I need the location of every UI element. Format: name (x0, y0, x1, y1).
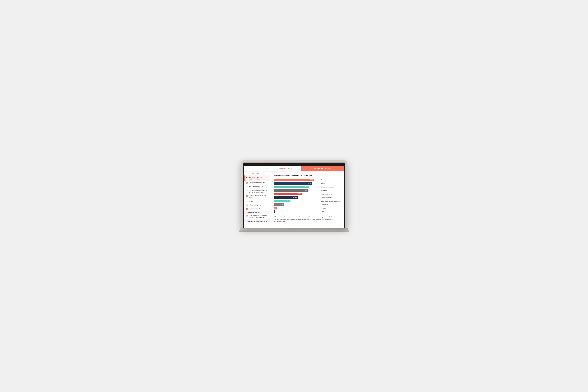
bar-label: Product marketing (321, 193, 340, 195)
bar-label: Finance (321, 208, 340, 209)
app-container: ⚙ ‹ Previous Lecture Complete and Contin… (244, 166, 344, 228)
bar-fill: 51.5% (274, 196, 298, 199)
bar-fill: 75% (274, 189, 308, 192)
bar-fill: 86.8% (274, 179, 314, 181)
bar-wrapper (274, 210, 320, 213)
main-layout: 0% COMPLETE How to share competitive int… (244, 172, 344, 228)
sidebar-item-share-intel[interactable]: How to share competitive intelligence fi… (244, 176, 270, 181)
sidebar-item-label-time-reflect: ≡ Time to reflect 🖊 (249, 208, 260, 210)
circle-icon-alex (246, 215, 248, 217)
sidebar-item-alex[interactable]: ≡ Alex McDonnell – Competitive Intellige… (244, 214, 270, 219)
bar-row: 22.1%Engineering (274, 203, 340, 206)
bar-fill: 77.2% (274, 186, 310, 188)
sidebar-item-label-exam: ⇌ Exam (249, 200, 254, 202)
complete-continue-label: Complete and Continue (313, 168, 330, 170)
progress-bar-area: 0% COMPLETE (244, 172, 270, 176)
section-header-fireside: Fireside chat [20 mins] (244, 211, 270, 214)
bar-pct-label: 36% (287, 200, 290, 202)
progress-complete-label: COMPLETE (254, 173, 262, 174)
macbook-foot (239, 230, 349, 232)
bar-wrapper: 86.8% (274, 179, 320, 181)
bar-label: Engineering (321, 204, 340, 205)
top-nav: ⚙ ‹ Previous Lecture Complete and Contin… (244, 166, 344, 172)
bar-pct-label: 86.8% (310, 179, 313, 180)
sidebar-item-label-share-intel: How to share competitive intelligence fi… (249, 176, 269, 180)
bar-fill: 22.1% (274, 203, 284, 206)
bar-label: Other (321, 211, 340, 212)
sidebar-item-win-loss[interactable]: ▶ Win/loss interviews (5:09) (244, 181, 270, 185)
prev-lecture-label: Previous Lecture (280, 168, 292, 169)
bar-label: Corporate strategy/development (321, 200, 340, 202)
bar-label: Product (321, 183, 340, 184)
bar-fill: 83.1% (274, 182, 312, 185)
macbook-bottom: MacBook (240, 228, 348, 230)
chart-title: Who are competitor intel findings shared… (274, 174, 340, 176)
half-circle-icon (246, 177, 248, 178)
sidebar-item-label-best-tools: ≡ 19 of the best competitive intel tools… (249, 189, 269, 193)
bar-pct-label: 51.5% (293, 197, 296, 198)
next-chevron-icon: › (331, 168, 332, 170)
macbook-screen-wrapper: ⚙ ‹ Previous Lecture Complete and Contin… (241, 160, 347, 228)
sidebar-item-label-coursework: ▶ Coursework (0:46) (249, 204, 261, 206)
bar-fill: 60.3% (274, 193, 302, 195)
circle-icon-coursework (246, 204, 248, 206)
circle-icon-module6 (246, 195, 248, 197)
circle-icon-exam (246, 201, 248, 202)
sidebar-item-exam[interactable]: ⇌ Exam (244, 200, 270, 203)
sidebar-item-label-alex: ≡ Alex McDonnell – Competitive Intellige… (249, 215, 269, 218)
sidebar-item-coursework[interactable]: ▶ Coursework (0:46) (244, 203, 270, 207)
bar-fill: 6.6% (274, 207, 277, 210)
bar-label: Executives/leadership (321, 186, 340, 188)
sidebar-item-swot[interactable]: ▶ SWOT analysis (5:23) (244, 185, 270, 188)
bar-row: 36%Corporate strategy/development (274, 200, 340, 202)
macbook-logo: MacBook (291, 228, 297, 230)
complete-continue-button[interactable]: Complete and Continue › (301, 166, 344, 171)
sidebar-item-time-reflect[interactable]: ≡ Time to reflect 🖊 (244, 207, 270, 211)
bar-wrapper: 36% (274, 200, 320, 202)
bar-row: 83.1%Product (274, 182, 340, 185)
bar-fill: 36% (274, 200, 290, 202)
sidebar-item-best-tools[interactable]: ≡ 19 of the best competitive intel tools… (244, 188, 270, 194)
progress-text: 0% COMPLETE (252, 173, 262, 174)
macbook-container: ⚙ ‹ Previous Lecture Complete and Contin… (241, 160, 347, 232)
bar-pct-label: 6.6% (274, 208, 276, 209)
sidebar-item-label-module6: ▶ Module #6 | Key takeaways (1:10) (249, 195, 269, 198)
bar-label: Marketing (321, 190, 340, 191)
macbook-camera (294, 164, 294, 165)
bar-row: 51.5%Customer success (274, 196, 340, 199)
bar-label: Customer success (321, 197, 340, 198)
sidebar-item-module6[interactable]: ▶ Module #6 | Key takeaways (1:10) (244, 194, 270, 200)
nav-center: ‹ Previous Lecture Complete and Continue… (270, 166, 344, 171)
bar-pct-label: 75% (305, 190, 308, 191)
circle-icon-win-loss (246, 182, 248, 184)
circle-icon-best-tools (246, 190, 248, 191)
nav-left: ⚙ (244, 166, 270, 171)
circle-icon-swot (246, 186, 248, 188)
bar-row: 86.8%Sales (274, 179, 340, 181)
bar-wrapper: 75% (274, 189, 320, 192)
content-area: Who are competitor intel findings shared… (270, 172, 344, 228)
progress-pct: 0% (252, 173, 254, 174)
bar-row: 60.3%Product marketing (274, 193, 340, 195)
bar-pct-label: 83.1% (308, 183, 311, 184)
bar-wrapper: 83.1% (274, 182, 320, 185)
bar-pct-label: 77.2% (305, 186, 308, 188)
bar-wrapper: 60.3% (274, 193, 320, 195)
bar-row: 77.2%Executives/leadership (274, 186, 340, 188)
bar-chart: 86.8%Sales83.1%Product77.2%Executives/le… (274, 179, 340, 213)
sidebar: 0% COMPLETE How to share competitive int… (244, 172, 270, 228)
bar-label: Sales (321, 179, 340, 181)
gear-icon[interactable]: ⚙ (266, 167, 268, 170)
bar-wrapper: 6.6% (274, 207, 320, 210)
bar-row: Other (274, 210, 340, 213)
sidebar-item-label-win-loss: ▶ Win/loss interviews (5:09) (249, 182, 265, 184)
bar-pct-label: 60.3% (298, 193, 301, 195)
bar-wrapper: 22.1% (274, 203, 320, 206)
bar-row: 75%Marketing (274, 189, 340, 192)
prev-lecture-button[interactable]: ‹ Previous Lecture (270, 166, 301, 171)
bar-wrapper: 77.2% (274, 186, 320, 188)
prev-chevron-icon: ‹ (279, 168, 280, 169)
bar-row: 6.6%Finance (274, 207, 340, 210)
description-text: When we dug a little deeper and explored… (274, 216, 335, 223)
bar-wrapper: 51.5% (274, 196, 320, 199)
